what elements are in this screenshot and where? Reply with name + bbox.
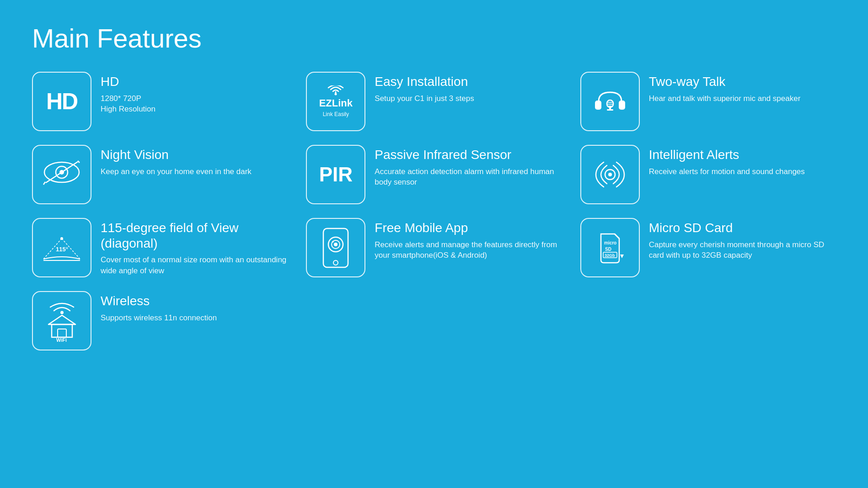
svg-rect-37	[58, 329, 66, 337]
microsd-icon-box: micro SD 32Gb	[580, 218, 640, 277]
ezlink-brand-text: EZLink	[319, 97, 353, 109]
svg-text:micro: micro	[604, 240, 616, 245]
twoway-title: Two-way Talk	[649, 74, 836, 90]
intelligent-alerts-desc: Receive alerts for motion and sound chan…	[649, 166, 836, 177]
nightvision-title: Night Vision	[101, 147, 288, 163]
easy-installation-desc: Setup your C1 in just 3 steps	[375, 93, 562, 104]
svg-rect-22	[323, 228, 348, 267]
svg-point-21	[60, 237, 63, 240]
mobileapp-text: Free Mobile App Receive alerts and manag…	[375, 218, 562, 261]
feature-micro-sd: micro SD 32Gb Micro SD Card Capture ever…	[580, 218, 836, 277]
svg-point-23	[333, 260, 338, 265]
svg-point-27	[332, 241, 334, 243]
svg-rect-4	[609, 106, 611, 111]
intelligent-alerts-icon	[589, 154, 631, 195]
feature-two-way-talk: Two-way Talk Hear and talk with superior…	[580, 72, 836, 131]
feature-wireless: WiFi Wireless Supports wireless 11n conn…	[32, 291, 288, 350]
svg-text:32Gb: 32Gb	[605, 253, 615, 258]
microsd-icon: micro SD 32Gb	[589, 227, 631, 268]
svg-text:WiFi: WiFi	[56, 337, 67, 343]
svg-line-13	[43, 182, 45, 185]
feature-easy-installation: EZLink Link Easily Easy Installation Set…	[306, 72, 562, 131]
pir-icon-box: PIR	[306, 145, 365, 204]
wireless-icon: WiFi	[40, 298, 84, 344]
microsd-desc: Capture every cherish moment through a m…	[649, 239, 836, 261]
hd-desc: 1280* 720P High Resolution	[101, 93, 288, 115]
feature-mobile-app: Free Mobile App Receive alerts and manag…	[306, 218, 562, 277]
feature-night-vision: Night Vision Keep an eye on your home ev…	[32, 145, 288, 204]
hd-icon: HD	[46, 88, 77, 115]
ezlink-sub-text: Link Easily	[323, 111, 349, 117]
svg-marker-35	[48, 315, 75, 324]
twoway-icon	[589, 81, 631, 122]
intelligent-alerts-text: Intelligent Alerts Receive alerts for mo…	[649, 145, 836, 177]
nightvision-icon-box	[32, 145, 91, 204]
fieldofview-icon: 115°	[39, 225, 85, 271]
microsd-text: Micro SD Card Capture every cherish mome…	[649, 218, 836, 261]
pir-text: Passive Infrared Sensor Accurate action …	[375, 145, 562, 188]
wireless-text: Wireless Supports wireless 11n connectio…	[101, 291, 288, 323]
easy-installation-title: Easy Installation	[375, 74, 562, 90]
twoway-desc: Hear and talk with superior mic and spea…	[649, 93, 836, 104]
feature-hd: HD HD 1280* 720P High Resolution	[32, 72, 288, 131]
fieldofview-desc: Cover most of a normal size room with an…	[101, 255, 288, 276]
wireless-icon-box: WiFi	[32, 291, 91, 350]
microsd-title: Micro SD Card	[649, 220, 836, 236]
nightvision-icon	[39, 156, 85, 193]
features-grid: HD HD 1280* 720P High Resolution	[32, 72, 836, 350]
ezlink-icon-box: EZLink Link Easily	[306, 72, 365, 131]
mobileapp-icon	[320, 226, 352, 270]
svg-rect-36	[52, 324, 72, 337]
nightvision-text: Night Vision Keep an eye on your home ev…	[101, 145, 288, 177]
wireless-desc: Supports wireless 11n connection	[101, 313, 288, 324]
svg-line-14	[78, 161, 80, 163]
easy-installation-text: Easy Installation Setup your C1 in just …	[375, 72, 562, 104]
feature-intelligent-alerts: Intelligent Alerts Receive alerts for mo…	[580, 145, 836, 204]
svg-point-16	[608, 173, 612, 176]
svg-text:115°: 115°	[56, 246, 68, 253]
fieldofview-title: 115-degree field of View (diagonal)	[101, 220, 288, 251]
wifi-signal-icon	[327, 85, 345, 95]
svg-text:SD: SD	[605, 247, 611, 252]
pir-desc: Accurate action detection alarm with inf…	[375, 166, 562, 188]
hd-title: HD	[101, 74, 288, 90]
svg-point-0	[335, 93, 337, 95]
pir-icon: PIR	[319, 163, 353, 186]
hd-text: HD 1280* 720P High Resolution	[101, 72, 288, 115]
fieldofview-icon-box: 115°	[32, 218, 91, 277]
mobileapp-title: Free Mobile App	[375, 220, 562, 236]
ezlink-icon: EZLink Link Easily	[319, 85, 353, 117]
svg-line-28	[615, 234, 619, 239]
feature-pir: PIR Passive Infrared Sensor Accurate act…	[306, 145, 562, 204]
intelligent-icon-box	[580, 145, 640, 204]
page-title: Main Features	[32, 23, 836, 53]
main-page: Main Features HD HD 1280* 720P High Reso…	[0, 0, 868, 373]
mobileapp-icon-box	[306, 218, 365, 277]
twoway-icon-box	[580, 72, 640, 131]
svg-marker-33	[620, 255, 624, 258]
fieldofview-text: 115-degree field of View (diagonal) Cove…	[101, 218, 288, 276]
wireless-title: Wireless	[101, 293, 288, 309]
hd-icon-box: HD	[32, 72, 91, 131]
svg-rect-2	[619, 101, 625, 110]
mobileapp-desc: Receive alerts and manage the features d…	[375, 239, 562, 261]
feature-field-of-view: 115° 115-degree field of View (diagonal)…	[32, 218, 288, 277]
nightvision-desc: Keep an eye on your home even in the dar…	[101, 166, 288, 177]
svg-point-26	[334, 243, 338, 246]
svg-rect-1	[595, 101, 601, 110]
svg-point-34	[60, 311, 64, 314]
intelligent-alerts-title: Intelligent Alerts	[649, 147, 836, 163]
pir-title: Passive Infrared Sensor	[375, 147, 562, 163]
twoway-text: Two-way Talk Hear and talk with superior…	[649, 72, 836, 104]
